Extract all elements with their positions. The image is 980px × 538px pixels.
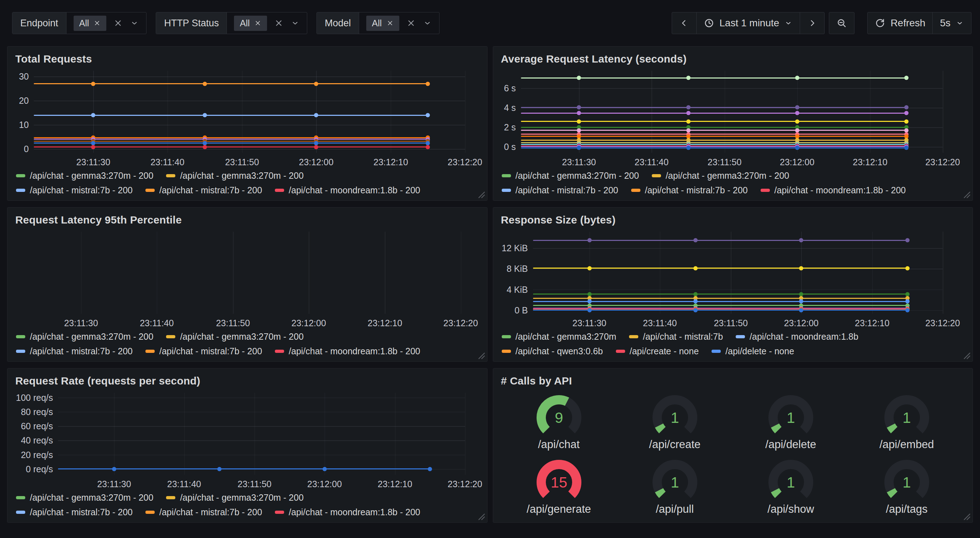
panel-request-rate: Request Rate (requests per second) 0 req… [7,368,487,523]
legend-item[interactable]: /api/chat - mistral:7b - 200 [631,185,748,195]
legend-item[interactable]: /api/chat - mistral:7b - 200 [145,346,262,356]
panel-title[interactable]: Average Request Latency (seconds) [501,52,965,66]
legend-item[interactable]: /api/chat - gemma3:270m - 200 [166,171,303,181]
legend-item[interactable]: /api/chat - gemma3:270m - 200 [652,171,789,181]
legend-item[interactable]: /api/chat - qwen3:0.6b [502,346,603,356]
panel-resize-handle[interactable] [477,513,485,520]
legend-item[interactable]: /api/chat - mistral:7b - 200 [502,185,618,195]
gauge-label: /api/embed [879,438,934,451]
legend-item[interactable]: /api/chat - gemma3:270m - 200 [16,171,153,181]
time-shift-back-button[interactable] [672,13,696,34]
y-axis-label: 4 s [504,103,515,113]
filter-selected-tag[interactable]: All [73,16,107,31]
x-axis-label: 23:11:50 [708,157,741,167]
legend-label: /api/chat - gemma3:270m [515,332,616,342]
gauge-arc: 9 [528,391,590,438]
legend-item[interactable]: /api/chat - moondream:1.8b [736,332,858,342]
clear-filter-icon[interactable] [406,19,416,28]
y-axis-label: 60 req/s [21,421,53,432]
legend-label: /api/chat - mistral:7b - 200 [159,185,262,195]
gridline-horizontal [58,455,465,455]
data-point [577,76,581,80]
x-axis-label: 23:11:50 [225,157,259,167]
gauge-arc: 15 [528,456,590,503]
legend-item[interactable]: /api/chat - gemma3:270m - 200 [502,171,639,181]
time-shift-forward-button[interactable] [800,13,824,34]
gauge-fill [541,400,567,430]
data-point [686,105,690,110]
gauge-api-tags: 1/api/tags [849,454,965,518]
clear-filter-icon[interactable] [113,19,123,28]
panel-title[interactable]: # Calls by API [501,374,965,388]
panel-title[interactable]: Response Size (bytes) [501,213,965,227]
plot-area: 0 req/s20 req/s40 req/s60 req/s80 req/s1… [58,393,465,475]
panel-title[interactable]: Total Requests [15,52,479,66]
panel-resize-handle[interactable] [963,351,970,359]
legend-item[interactable]: /api/chat - moondream:1.8b - 200 [275,507,420,517]
refresh-interval-picker[interactable]: 5s [932,13,971,34]
panel-title[interactable]: Request Latency 95th Percentile [15,213,479,227]
filter-selected-tag[interactable]: All [366,16,399,31]
legend-swatch [166,496,175,499]
legend-item[interactable]: /api/chat - gemma3:270m - 200 [166,332,303,342]
gauge-arc: 1 [644,391,706,438]
legend-swatch [166,335,175,338]
tag-remove-icon[interactable] [254,19,261,27]
refresh-group: Refresh 5s [867,12,972,34]
legend-item[interactable]: /api/chat - moondream:1.8b - 200 [275,346,420,356]
filter-tag-text: All [240,18,250,29]
data-point [904,76,908,80]
legend-item[interactable]: /api/chat - mistral:7b - 200 [16,507,133,517]
filter-model-dropdown[interactable]: All [359,13,439,34]
legend-item[interactable]: /api/chat - moondream:1.8b - 200 [760,185,906,195]
legend-item[interactable]: /api/chat - mistral:7b - 200 [145,507,262,517]
legend-item[interactable]: /api/chat - mistral:7b - 200 [145,185,262,195]
gridline-vertical [943,232,943,314]
legend-label: /api/chat - gemma3:270m - 200 [30,492,153,503]
zoom-out-time-button[interactable] [829,13,854,34]
data-point [587,292,592,296]
legend-item[interactable]: /api/chat - gemma3:270m - 200 [16,492,153,503]
panel-resize-handle[interactable] [963,190,970,198]
legend-item[interactable]: /api/chat - gemma3:270m - 200 [166,492,303,503]
legend-label: /api/chat - mistral:7b - 200 [159,507,262,517]
x-axis-label: 23:11:40 [643,318,677,329]
data-point [426,82,430,86]
clear-filter-icon[interactable] [274,19,283,28]
x-axis-label: 23:12:20 [925,318,960,329]
data-point [577,105,581,110]
gridline-vertical [157,232,158,314]
legend-item[interactable]: /api/chat - mistral:7b [629,332,723,342]
y-axis-label: 80 req/s [21,406,53,417]
data-point [795,146,799,150]
y-axis-label: 8 KiB [507,263,528,274]
filter-http-status-dropdown[interactable]: All [227,13,307,34]
panel-resize-handle[interactable] [477,351,485,359]
filter-selected-tag[interactable]: All [234,16,267,31]
legend-label: /api/chat - gemma3:270m - 200 [30,171,153,181]
data-point [904,146,908,150]
legend-item[interactable]: /api/chat - mistral:7b - 200 [16,346,133,356]
x-axis-label: 23:11:30 [562,157,596,167]
legend-item[interactable]: /api/create - none [616,346,699,356]
panel-average-request-latency: Average Request Latency (seconds) 0 s2 s… [493,46,973,201]
legend-item[interactable]: /api/chat - mistral:7b - 200 [16,185,133,195]
legend-swatch [275,511,284,514]
y-axis-label: 10 [19,120,29,130]
x-axis-label: 23:12:00 [291,318,326,329]
legend-item[interactable]: /api/chat - gemma3:270m [502,332,616,342]
legend-item[interactable]: /api/delete - none [711,346,794,356]
legend-swatch [502,335,511,338]
gauge-label: /api/pull [656,503,694,516]
panel-title[interactable]: Request Rate (requests per second) [15,374,479,388]
panel-resize-handle[interactable] [477,190,485,198]
legend-item[interactable]: /api/chat - gemma3:270m - 200 [16,332,153,342]
tag-remove-icon[interactable] [387,19,394,27]
legend-item[interactable]: /api/chat - moondream:1.8b - 200 [275,185,420,195]
time-range-picker[interactable]: Last 1 minute [696,13,800,34]
filter-endpoint-dropdown[interactable]: All [67,13,146,34]
x-axis-label: 23:12:10 [368,318,402,329]
tag-remove-icon[interactable] [94,19,101,27]
refresh-button[interactable]: Refresh [868,13,932,34]
panel-resize-handle[interactable] [963,513,970,520]
